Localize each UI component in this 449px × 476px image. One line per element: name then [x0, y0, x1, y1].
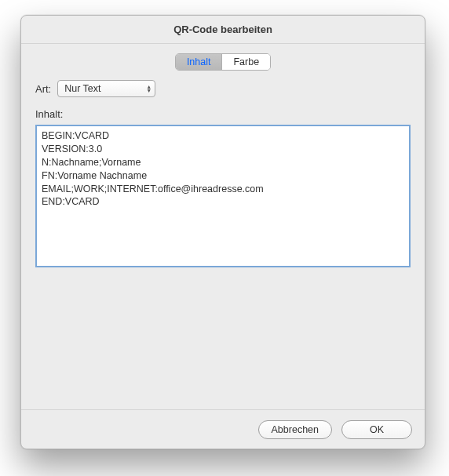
art-row: Art: Nur Text ▲▼: [35, 80, 411, 97]
tab-group: Inhalt Farbe: [175, 53, 271, 71]
tab-inhalt-label: Inhalt: [187, 56, 211, 67]
art-select[interactable]: Nur Text ▲▼: [57, 80, 155, 97]
ok-button-label: OK: [370, 424, 384, 435]
cancel-button[interactable]: Abbrechen: [258, 420, 332, 439]
inhalt-label: Inhalt:: [35, 108, 411, 120]
tab-bar: Inhalt Farbe: [35, 53, 411, 71]
qr-code-edit-dialog: QR-Code bearbeiten Inhalt Farbe Art: Nur…: [20, 15, 425, 449]
dialog-titlebar: QR-Code bearbeiten: [21, 16, 425, 44]
chevron-updown-icon: ▲▼: [146, 85, 151, 93]
tab-farbe[interactable]: Farbe: [221, 54, 270, 70]
cancel-button-label: Abbrechen: [272, 424, 319, 435]
spacer: [35, 267, 411, 398]
art-label: Art:: [35, 83, 51, 95]
dialog-content: Inhalt Farbe Art: Nur Text ▲▼ Inhalt:: [21, 44, 425, 409]
dialog-title: QR-Code bearbeiten: [173, 24, 272, 35]
art-select-value: Nur Text: [64, 83, 100, 94]
inhalt-textarea[interactable]: [35, 125, 411, 267]
dialog-footer: Abbrechen OK: [21, 409, 425, 449]
tab-inhalt[interactable]: Inhalt: [176, 54, 222, 70]
tab-farbe-label: Farbe: [233, 56, 259, 67]
ok-button[interactable]: OK: [341, 420, 412, 439]
